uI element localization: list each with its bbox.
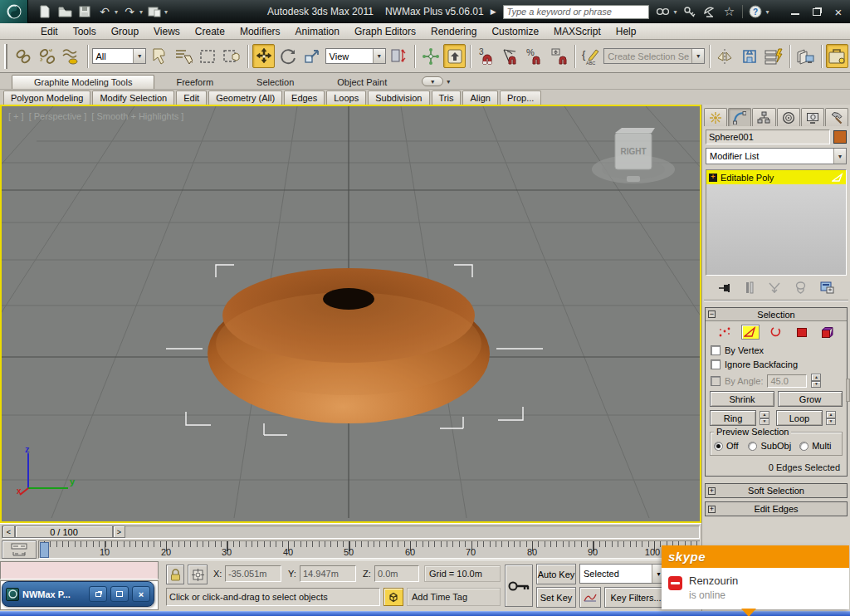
scene-explorer-icon[interactable]	[794, 44, 817, 68]
angle-snap-icon[interactable]	[500, 44, 522, 68]
keyboard-shortcut-override-icon[interactable]	[443, 44, 466, 68]
menu-animation[interactable]: Animation	[288, 26, 347, 37]
panel-modify-selection[interactable]: Modify Selection	[92, 90, 174, 105]
viewport-shading-menu[interactable]: [ Smooth + Highlights ]	[91, 111, 183, 121]
project-dropdown-caret[interactable]: ▾	[164, 8, 168, 16]
unlink-selection-icon[interactable]	[36, 44, 58, 68]
search-icon[interactable]	[656, 4, 671, 19]
ribbon-tab-object-paint[interactable]: Object Paint	[315, 76, 408, 89]
z-coordinate-field[interactable]: 0.0m	[374, 565, 419, 582]
nwmax-floating-window[interactable]: NWMax P... ×	[2, 581, 154, 607]
snap-toggle-icon[interactable]: 3	[475, 44, 497, 68]
select-and-manipulate-icon[interactable]	[419, 44, 442, 68]
communication-center-icon[interactable]	[702, 4, 717, 19]
viewcube[interactable]: RIGHT	[590, 125, 677, 188]
by-angle-checkbox[interactable]	[711, 376, 721, 386]
search-dropdown-caret[interactable]: ▾	[674, 8, 677, 16]
menu-modifiers[interactable]: Modifiers	[232, 26, 288, 37]
current-frame-marker[interactable]	[40, 542, 49, 558]
auto-key-button[interactable]: Auto Key	[536, 564, 576, 584]
soft-selection-header[interactable]: + Soft Selection	[706, 484, 847, 497]
add-time-tag-button[interactable]: Add Time Tag	[407, 588, 501, 606]
restore-button[interactable]	[810, 6, 823, 17]
scene-object-sphere001[interactable]	[208, 268, 490, 423]
subscription-key-icon[interactable]	[682, 4, 697, 19]
search-input[interactable]	[503, 5, 649, 19]
percent-snap-icon[interactable]: %	[524, 44, 546, 68]
by-angle-spinner[interactable]: ▲▼	[811, 374, 821, 388]
named-selection-set-combo[interactable]: Create Selection Se▾	[603, 48, 705, 64]
menu-rendering[interactable]: Rendering	[423, 26, 484, 37]
key-mode-dropdown[interactable]: Selected▾	[579, 564, 666, 584]
selection-lock-toggle[interactable]	[166, 565, 184, 584]
create-tab[interactable]	[704, 108, 727, 126]
ring-spinner[interactable]: ▲▼	[760, 411, 769, 425]
panel-geometry-all[interactable]: Geometry (All)	[208, 90, 282, 105]
selection-filter-dropdown[interactable]: All▾	[92, 48, 147, 64]
menu-maxscript[interactable]: MAXScript	[546, 26, 608, 37]
next-frame-button[interactable]: >	[113, 526, 125, 538]
select-object-icon[interactable]	[148, 44, 170, 68]
collapse-icon[interactable]: −	[708, 310, 716, 318]
shrink-button[interactable]: Shrink	[710, 391, 774, 407]
named-set-caret[interactable]: ▾	[691, 49, 704, 63]
ring-button[interactable]: Ring	[710, 410, 756, 426]
loop-spinner[interactable]: ▲▼	[826, 411, 836, 425]
panel-subdivision[interactable]: Subdivision	[368, 90, 429, 105]
toolbar-grip[interactable]	[4, 44, 7, 69]
viewport-general-menu[interactable]: [ + ]	[8, 111, 24, 121]
undo-dropdown-caret[interactable]: ▾	[115, 8, 118, 16]
selection-rollout-header[interactable]: − Selection	[706, 308, 847, 321]
modifier-list-dropdown[interactable]: Modifier List▾	[706, 148, 847, 164]
close-button[interactable]: ×	[832, 6, 845, 17]
ribbon-tab-freeform[interactable]: Freeform	[154, 76, 235, 89]
stack-expand-icon[interactable]: +	[709, 174, 717, 182]
menu-views[interactable]: Views	[146, 26, 188, 37]
panel-tris[interactable]: Tris	[432, 90, 462, 105]
reference-coordinate-dropdown[interactable]: View▾	[325, 48, 386, 64]
stack-item-editable-poly[interactable]: + Editable Poly	[706, 170, 846, 184]
menu-tools[interactable]: Tools	[66, 26, 104, 37]
mini-curve-editor-button[interactable]	[2, 540, 37, 559]
layer-manager-icon[interactable]	[763, 44, 785, 68]
key-filters-button[interactable]: Key Filters...	[604, 587, 667, 608]
panel-edges[interactable]: Edges	[284, 90, 325, 105]
ignore-backfacing-checkbox[interactable]	[711, 359, 721, 369]
menu-customize[interactable]: Customize	[484, 26, 546, 37]
crossing-selection-toggle-icon[interactable]	[383, 588, 403, 606]
project-folder-button[interactable]	[146, 3, 163, 20]
perspective-viewport[interactable]: [ + ] [ Perspective ] [ Smooth + Highlig…	[0, 105, 701, 523]
menu-help[interactable]: Help	[608, 26, 644, 37]
windows-taskbar[interactable]	[0, 611, 850, 616]
previous-frame-button[interactable]: <	[2, 526, 15, 538]
new-scene-button[interactable]	[37, 3, 53, 20]
track-bar-ruler[interactable]: 0 10 20 30 40 50 60 70 80 90 100	[38, 540, 700, 559]
rectangular-selection-region-icon[interactable]	[197, 44, 219, 68]
favorites-star-icon[interactable]: ☆	[722, 4, 737, 19]
panel-polygon-modeling[interactable]: Polygon Modeling	[3, 90, 90, 105]
panel-edit[interactable]: Edit	[176, 90, 207, 105]
select-and-rotate-icon[interactable]	[276, 44, 299, 68]
show-end-result-icon[interactable]	[745, 281, 754, 294]
select-by-name-icon[interactable]	[172, 44, 194, 68]
graphite-ribbon-toggle-icon[interactable]	[826, 44, 848, 68]
coord-system-caret[interactable]: ▾	[373, 49, 385, 63]
select-and-move-icon[interactable]	[252, 44, 275, 68]
object-color-swatch[interactable]	[833, 130, 847, 144]
x-coordinate-field[interactable]: -35.051m	[225, 565, 281, 582]
make-unique-icon[interactable]	[768, 281, 781, 294]
edge-subobject-button[interactable]	[741, 325, 760, 340]
motion-tab[interactable]	[777, 108, 800, 126]
minimize-button[interactable]	[789, 6, 802, 17]
expand-icon[interactable]: +	[708, 487, 716, 495]
panel-align[interactable]: Align	[462, 90, 497, 105]
align-icon[interactable]	[738, 44, 760, 68]
loop-button[interactable]: Loop	[776, 410, 823, 426]
help-icon[interactable]: ?	[748, 4, 763, 19]
remove-modifier-icon[interactable]	[795, 281, 806, 294]
open-file-button[interactable]	[56, 3, 73, 20]
nwmax-maximize-button[interactable]	[110, 586, 129, 602]
modifier-stack[interactable]: + Editable Poly	[706, 169, 847, 276]
help-dropdown-caret[interactable]: ▾	[766, 8, 769, 16]
select-and-scale-icon[interactable]	[300, 44, 323, 68]
